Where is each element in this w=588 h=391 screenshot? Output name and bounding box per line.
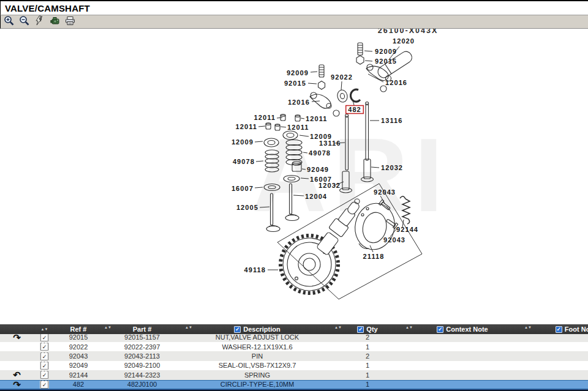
part-label-49078[interactable]: 49078 [309, 149, 331, 157]
hotspot-toggle-button[interactable] [33, 16, 46, 28]
cell-part: 92049-2100 [102, 362, 183, 369]
cell-qty: 1 [332, 343, 403, 351]
table-row-482[interactable]: ↷✓482482J0100CIRCLIP-TYPE-E,10MM1 [0, 380, 588, 389]
part-label-12032[interactable]: 12032 [318, 182, 341, 189]
sort-icon[interactable]: ▲▼ [334, 326, 342, 329]
redo-arrow-icon[interactable]: ↷ [13, 334, 21, 341]
zoom-out-icon [19, 15, 30, 28]
fiche-code: 26100-X043X [378, 29, 438, 35]
row-checkbox-icon[interactable]: ✓ [40, 352, 48, 360]
sort-icon[interactable]: ▲▼ [524, 326, 532, 329]
cell-ref: 92049 [55, 362, 102, 369]
parts-diagram: ARI 26100-X043X [0, 29, 588, 324]
part-label-92049[interactable]: 92049 [307, 166, 329, 173]
part-label-12032[interactable]: 12032 [381, 164, 403, 171]
part-label-16007[interactable]: 16007 [232, 185, 254, 192]
foot-checkbox[interactable]: ✓ [556, 326, 562, 333]
row-select-cell: ✓ [34, 352, 55, 360]
zoom-in-button[interactable] [2, 16, 15, 28]
part-label-12016[interactable]: 12016 [288, 99, 310, 106]
cell-desc: PIN [183, 352, 332, 360]
title-bar: VALVE/CAMSHAFT [0, 0, 588, 15]
row-checkbox-icon[interactable]: ✓ [40, 371, 48, 379]
col-part-header[interactable]: ▲▼Part # [102, 324, 183, 334]
row-select-cell: ✓ [34, 381, 55, 389]
part-label-92144[interactable]: 92144 [396, 226, 418, 233]
row-actions-cell: ↶ [0, 371, 34, 379]
table-body: ↷✓9201592015-1157NUT,VALVE ADJUST LOCK2✓… [0, 334, 588, 389]
engine-parts-button[interactable] [48, 16, 61, 28]
page-title: VALVE/CAMSHAFT [5, 3, 90, 13]
cell-desc: SEAL-OIL,VSB-7X12X9.7 [183, 362, 332, 369]
part-label-12020[interactable]: 12020 [393, 37, 415, 45]
col-foot-header[interactable]: ▲▼✓Foot Note [522, 324, 588, 334]
table-row-92015[interactable]: ↷✓9201592015-1157NUT,VALVE ADJUST LOCK2 [0, 334, 588, 342]
sort-icon[interactable]: ▲▼ [41, 328, 48, 331]
print-button[interactable] [64, 16, 77, 28]
part-label-92015[interactable]: 92015 [375, 58, 397, 65]
row-checkbox-icon[interactable]: ✓ [40, 381, 48, 389]
sort-icon[interactable]: ▲▼ [405, 326, 413, 329]
part-label-21118[interactable]: 21118 [363, 253, 385, 260]
cell-qty: 1 [332, 362, 403, 369]
col-qty-label: Qty [366, 326, 377, 333]
col-context-header[interactable]: ▲▼✓Context Note [403, 324, 522, 334]
parts-catalog-window: { "window": { "title": "VALVE/CAMSHAFT" … [0, 0, 588, 391]
row-select-cell: ✓ [34, 343, 55, 351]
col-ref-label: Ref # [70, 326, 87, 333]
cell-qty: 1 [332, 371, 403, 379]
row-checkbox-icon[interactable]: ✓ [40, 362, 48, 370]
table-row-92144[interactable]: ↶✓9214492144-2323SPRING1 [0, 370, 588, 379]
cell-part: 92022-2397 [102, 343, 183, 351]
zoom-out-button[interactable] [18, 16, 31, 28]
col-foot-label: Foot Note [565, 326, 588, 333]
context-checkbox[interactable]: ✓ [437, 326, 443, 333]
undo-arrow-icon[interactable]: ↶ [13, 371, 21, 379]
part-label-13116[interactable]: 13116 [319, 140, 341, 147]
part-label-12009[interactable]: 12009 [232, 138, 254, 146]
cell-ref: 92043 [55, 352, 102, 360]
table-row-92022[interactable]: ✓9202292022-2397WASHER-12.1X19X1.61 [0, 342, 588, 351]
part-label-12004[interactable]: 12004 [305, 193, 327, 200]
redo-arrow-icon[interactable]: ↷ [13, 381, 21, 389]
part-label-92015[interactable]: 92015 [284, 80, 306, 87]
part-label-12016[interactable]: 12016 [385, 79, 407, 86]
row-checkbox-icon[interactable]: ✓ [40, 334, 48, 341]
part-label-482[interactable]: 482 [348, 106, 361, 113]
col-ref-header[interactable]: Ref # [55, 324, 102, 334]
lightning-hotspot-icon [34, 15, 45, 28]
part-label-92009[interactable]: 92009 [287, 69, 309, 76]
col-select-header[interactable]: ▲▼ [34, 324, 55, 334]
sort-icon[interactable]: ▲▼ [185, 326, 192, 329]
part-label-92022[interactable]: 92022 [331, 73, 353, 81]
col-desc-header[interactable]: ▲▼✓Description [183, 324, 332, 334]
part-label-12011[interactable]: 12011 [287, 124, 309, 131]
col-part-label: Part # [133, 326, 152, 333]
sort-icon[interactable]: ▲▼ [104, 326, 111, 329]
table-row-92043[interactable]: ✓9204392043-2113PIN2 [0, 351, 588, 360]
col-qty-header[interactable]: ▲▼✓Qty [332, 324, 403, 334]
part-label-92043[interactable]: 92043 [374, 188, 396, 196]
cell-part: 482J0100 [102, 381, 183, 388]
part-label-12005[interactable]: 12005 [236, 204, 258, 211]
part-label-12011[interactable]: 12011 [306, 115, 327, 122]
desc-checkbox[interactable]: ✓ [234, 326, 241, 333]
part-label-49078[interactable]: 49078 [233, 158, 255, 165]
cell-part: 92015-1157 [102, 334, 183, 341]
part-label-13116[interactable]: 13116 [381, 117, 402, 124]
part-label-92043[interactable]: 92043 [383, 236, 405, 244]
zoom-in-icon [4, 15, 15, 28]
table-row-92049[interactable]: ✓9204992049-2100SEAL-OIL,VSB-7X12X9.71 [0, 361, 588, 370]
col-actions-header [0, 324, 34, 334]
part-label-12011[interactable]: 12011 [236, 123, 257, 130]
printer-icon [64, 15, 76, 28]
qty-checkbox[interactable]: ✓ [357, 326, 364, 333]
cell-ref: 92144 [55, 371, 102, 379]
col-context-label: Context Note [446, 326, 488, 333]
part-label-12011[interactable]: 12011 [254, 114, 276, 121]
row-checkbox-icon[interactable]: ✓ [40, 343, 48, 351]
part-label-49118[interactable]: 49118 [244, 266, 266, 274]
part-label-92009[interactable]: 92009 [375, 48, 397, 55]
cell-desc: NUT,VALVE ADJUST LOCK [183, 334, 332, 341]
cell-desc: CIRCLIP-TYPE-E,10MM [183, 381, 332, 388]
